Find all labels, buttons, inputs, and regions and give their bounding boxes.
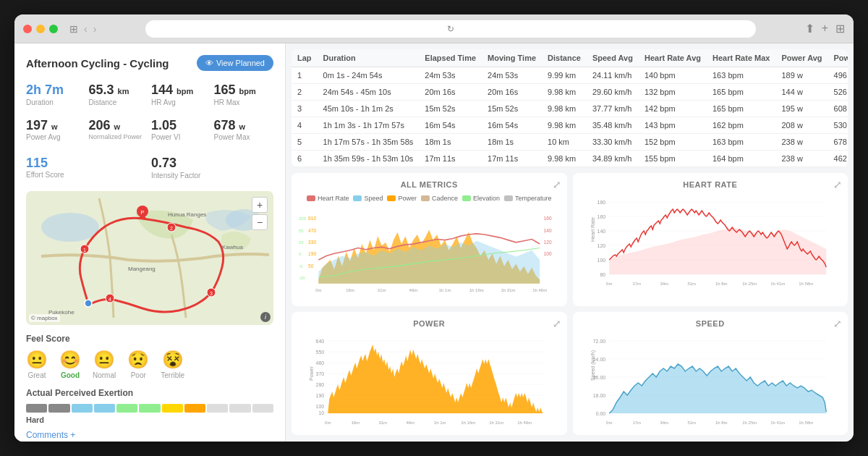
ape-seg-5[interactable] <box>116 404 137 413</box>
svg-text:190: 190 <box>308 251 316 256</box>
lap-number: 4 <box>292 117 318 134</box>
speed-chart-area: 72.00 54.00 36.00 18.00 0.00 Speed (km/h… <box>580 334 841 428</box>
feel-normal[interactable]: 😐 Normal <box>93 350 116 379</box>
svg-text:46m: 46m <box>406 421 414 425</box>
svg-text:100: 100 <box>597 258 605 263</box>
browser-bar: ⊞ ‹ › ↻ ⬆ + ⊞ <box>14 14 854 43</box>
lap-moving: 17m 11s <box>482 151 542 167</box>
col-power-avg: Power Avg <box>775 49 827 67</box>
ape-seg-10[interactable] <box>229 404 250 413</box>
ape-seg-1[interactable] <box>26 404 47 413</box>
address-bar[interactable]: ↻ <box>145 20 755 38</box>
svg-text:1h 8m: 1h 8m <box>715 282 727 286</box>
ape-seg-4[interactable] <box>94 404 115 413</box>
table-row: 4 1h 1m 3s - 1h 17m 57s 16m 54s 16m 54s … <box>292 117 848 134</box>
lap-speed-avg: 29.60 km/h <box>587 84 639 101</box>
svg-text:P: P <box>140 209 144 216</box>
speed-expand-icon[interactable]: ⤢ <box>833 318 842 329</box>
map-container: P 1 2 3 4 Pukekohe Mangeang Hunua Ranges… <box>26 191 273 325</box>
back-button[interactable]: ‹ <box>84 23 88 35</box>
feel-terrible[interactable]: 😵 Terrible <box>161 350 184 379</box>
heart-rate-expand-icon[interactable]: ⤢ <box>833 179 842 190</box>
close-button[interactable] <box>23 25 32 33</box>
sidebar-toggle-icon[interactable]: ⊞ <box>69 23 78 35</box>
lap-duration: 1h 35m 59s - 1h 53m 10s <box>318 151 420 167</box>
svg-text:0m: 0m <box>325 421 331 425</box>
table-row: 3 45m 10s - 1h 1m 2s 15m 52s 15m 52s 9.9… <box>292 101 848 117</box>
effort-row: 115 Effort Score 0.73 Intensity Factor <box>26 153 273 182</box>
map-info-icon[interactable]: i <box>260 312 271 322</box>
maximize-button[interactable] <box>49 25 58 33</box>
svg-text:1h 25m: 1h 25m <box>742 282 757 286</box>
lap-hr-avg: 132 bpm <box>639 84 707 101</box>
svg-text:0m: 0m <box>315 288 321 292</box>
lap-power-avg: 189 w <box>775 67 827 84</box>
lap-power-avg: 238 w <box>775 134 827 151</box>
power-chart-area: 640 550 460 370 280 190 100 10 <box>299 334 560 428</box>
feel-great[interactable]: 😐 Great <box>26 350 48 379</box>
lap-moving: 16m 54s <box>482 117 542 134</box>
svg-text:Speed (km/h): Speed (km/h) <box>590 350 596 381</box>
feel-good[interactable]: 😊 Good <box>59 350 81 379</box>
lap-hr-avg: 143 bpm <box>639 117 707 134</box>
lap-speed-avg: 35.48 km/h <box>587 117 639 134</box>
lap-duration: 1h 1m 3s - 1h 17m 57s <box>318 117 420 134</box>
ape-seg-7[interactable] <box>162 404 183 413</box>
feel-poor[interactable]: 😟 Poor <box>127 350 149 379</box>
svg-text:370: 370 <box>316 371 325 376</box>
charts-grid: ALL METRICS ⤢ Heart Rate Speed Power Cad… <box>292 173 848 435</box>
ape-seg-11[interactable] <box>252 404 273 413</box>
ape-seg-6[interactable] <box>139 404 160 413</box>
stats-row-1: 2h 7m Duration 65.3 km Distance 144 bpm … <box>26 80 273 109</box>
share-icon[interactable]: ⬆ <box>805 22 814 35</box>
stat-power-max: 678 w Power Max <box>214 115 274 145</box>
svg-text:1h 8m: 1h 8m <box>715 421 727 425</box>
svg-text:Heart Rate: Heart Rate <box>590 217 595 242</box>
view-planned-button[interactable]: 👁 View Planned <box>197 55 273 71</box>
ape-seg-3[interactable] <box>72 404 93 413</box>
stat-norm-power: 206 w Normalized Power <box>89 115 149 145</box>
zoom-in-button[interactable]: + <box>252 197 268 213</box>
new-tab-icon[interactable]: + <box>822 22 828 35</box>
zoom-out-button[interactable]: − <box>252 214 268 230</box>
legend-elevation: Elevation <box>462 195 500 202</box>
reload-icon[interactable]: ↻ <box>447 24 454 34</box>
col-lap: Lap <box>292 49 318 67</box>
svg-text:140: 140 <box>597 229 605 234</box>
lap-hr-max: 165 bpm <box>707 101 775 117</box>
svg-text:80: 80 <box>600 272 605 277</box>
lap-distance: 9.99 km <box>542 67 587 84</box>
lap-power-max: 462 w <box>828 151 848 167</box>
all-metrics-expand-icon[interactable]: ⤢ <box>553 179 561 190</box>
speed-chart: SPEED ⤢ 72.00 54.00 <box>573 312 848 435</box>
ape-seg-8[interactable] <box>184 404 205 413</box>
col-distance: Distance <box>542 49 587 67</box>
svg-point-3 <box>85 300 92 307</box>
lap-distance: 9.98 km <box>542 101 587 117</box>
comments-section[interactable]: Comments + <box>26 430 273 440</box>
svg-text:4: 4 <box>109 297 111 302</box>
lap-number: 1 <box>292 67 318 84</box>
svg-text:0m: 0m <box>606 421 612 425</box>
ape-seg-9[interactable] <box>207 404 228 413</box>
svg-text:190: 190 <box>316 393 325 398</box>
svg-text:1h 31m: 1h 31m <box>489 421 503 425</box>
svg-text:100: 100 <box>316 404 325 409</box>
table-row: 2 24m 54s - 45m 10s 20m 16s 20m 16s 9.98… <box>292 84 848 101</box>
lap-distance: 9.98 km <box>542 117 587 134</box>
ape-seg-2[interactable] <box>48 404 69 413</box>
legend-temperature: Temperature <box>504 195 552 202</box>
browser-actions: ⬆ + ⊞ <box>805 22 845 35</box>
all-metrics-chart-area: 610 470 330 190 50 160 140 120 100 200 <box>299 205 560 299</box>
col-hr-avg: Heart Rate Avg <box>639 49 707 67</box>
grid-icon[interactable]: ⊞ <box>835 22 845 35</box>
forward-button[interactable]: › <box>93 23 97 35</box>
power-expand-icon[interactable]: ⤢ <box>553 318 561 329</box>
lap-moving: 15m 52s <box>482 101 542 117</box>
all-metrics-legend: Heart Rate Speed Power Cadence Elevation… <box>299 195 560 202</box>
lap-hr-avg: 155 bpm <box>639 151 707 167</box>
svg-text:50: 50 <box>308 263 314 269</box>
minimize-button[interactable] <box>36 25 45 33</box>
power-chart: POWER ⤢ 640 <box>292 312 567 435</box>
lap-distance: 9.98 km <box>542 151 587 167</box>
